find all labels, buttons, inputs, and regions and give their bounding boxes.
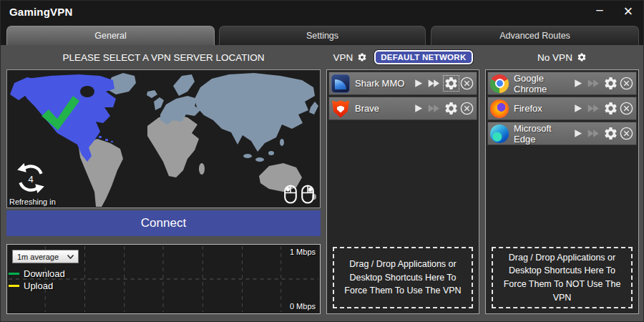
- fast-forward-icon[interactable]: [585, 77, 602, 89]
- world-map-svg: [7, 70, 320, 208]
- play-icon[interactable]: [412, 77, 424, 89]
- app-row-controls: [572, 76, 634, 91]
- remove-app-icon[interactable]: [459, 101, 474, 116]
- titlebar: GamingVPN – ×: [1, 1, 643, 22]
- remove-app-icon[interactable]: [619, 101, 634, 116]
- vpn-panel-title: VPN: [333, 52, 353, 63]
- app-row-controls: [412, 101, 474, 116]
- app-row-controls: [412, 76, 474, 91]
- remove-app-icon[interactable]: [619, 126, 634, 141]
- brave-app-icon: [331, 99, 350, 118]
- no-vpn-settings-gear-icon[interactable]: [577, 52, 587, 62]
- no-vpn-dropzone[interactable]: Drag / Drop Applications or Desktop Shor…: [492, 247, 633, 308]
- average-interval-value: 1m average: [17, 253, 59, 261]
- tab-label: General: [94, 31, 126, 41]
- vpn-apps-panel: Shark MMO: [326, 69, 479, 314]
- app-name: Google Chrome: [514, 73, 572, 94]
- refresh-countdown-value: 4: [14, 162, 47, 195]
- app-title: GamingVPN: [9, 6, 72, 18]
- app-row-controls: [572, 101, 634, 116]
- play-icon[interactable]: [572, 77, 584, 89]
- vpn-settings-gear-icon[interactable]: [357, 52, 367, 62]
- close-icon[interactable]: ×: [619, 2, 638, 21]
- region-africa: [147, 114, 199, 177]
- left-click-mouse-icon: [283, 185, 298, 204]
- app-row-controls: [572, 126, 634, 141]
- average-interval-select[interactable]: 1m average: [12, 250, 79, 263]
- window-controls: – ×: [590, 1, 638, 22]
- refresh-countdown-label: Refreshing in: [9, 197, 56, 206]
- play-icon[interactable]: [572, 102, 584, 114]
- tab-label: Settings: [306, 31, 338, 41]
- fast-forward-icon[interactable]: [585, 102, 602, 114]
- tab-general[interactable]: General: [6, 26, 215, 45]
- app-name: Microsoft Edge: [514, 123, 572, 145]
- minimize-icon[interactable]: –: [590, 3, 609, 17]
- server-selection-header: PLEASE SELECT A VPN SERVER LOCATION: [6, 45, 321, 69]
- graph-legend: Download Upload: [9, 268, 65, 292]
- tab-settings[interactable]: Settings: [219, 26, 426, 45]
- region-asia: [195, 73, 315, 152]
- no-vpn-apps-column: No VPN Google Chrome: [485, 45, 639, 314]
- app-row[interactable]: Google Chrome: [487, 72, 637, 95]
- firefox-app-icon: [490, 99, 509, 118]
- fast-forward-icon[interactable]: [425, 102, 443, 114]
- vpn-apps-column: VPN DEFAULT NETWORK Shark MMO: [326, 45, 479, 314]
- app-window: GamingVPN – × General Settings Advanced …: [0, 0, 644, 322]
- no-vpn-panel-header: No VPN: [485, 45, 639, 69]
- no-vpn-apps-panel: Google Chrome: [485, 69, 639, 314]
- legend-label: Download: [24, 268, 65, 279]
- region-europe: [160, 96, 200, 125]
- server-selection-title: PLEASE SELECT A VPN SERVER LOCATION: [62, 52, 264, 63]
- gear-icon[interactable]: [444, 76, 459, 91]
- app-name: Shark MMO: [355, 78, 404, 89]
- no-vpn-panel-title: No VPN: [537, 52, 572, 63]
- gear-icon[interactable]: [603, 126, 618, 141]
- legend-item: Upload: [9, 280, 65, 292]
- connect-button[interactable]: Connect: [6, 210, 321, 236]
- gear-icon[interactable]: [603, 76, 618, 91]
- remove-app-icon[interactable]: [459, 76, 474, 91]
- play-icon[interactable]: [572, 127, 584, 140]
- right-click-mouse-icon: [301, 185, 315, 204]
- app-row[interactable]: Brave: [328, 97, 477, 120]
- world-map[interactable]: 4 Refreshing in: [6, 69, 321, 208]
- app-name: Firefox: [514, 103, 542, 114]
- legend-color-swatch: [9, 273, 19, 275]
- tab-advanced-routes[interactable]: Advanced Routes: [431, 26, 639, 45]
- y-axis-min-label: 0 Mbps: [290, 302, 316, 311]
- bandwidth-graph: 1m average Download Upload: [6, 244, 321, 314]
- tab-label: Advanced Routes: [499, 31, 570, 41]
- legend-color-swatch: [9, 285, 19, 287]
- window-chrome: GamingVPN – × General Settings Advanced …: [1, 1, 643, 45]
- legend-label: Upload: [24, 280, 53, 291]
- server-selection-column: PLEASE SELECT A VPN SERVER LOCATION: [6, 45, 321, 314]
- default-network-button[interactable]: DEFAULT NETWORK: [374, 50, 472, 64]
- vpn-dropzone[interactable]: Drag / Drop Applications or Desktop Shor…: [333, 247, 473, 308]
- app-row[interactable]: Firefox: [487, 97, 637, 120]
- shark-mmo-app-icon: [331, 74, 350, 93]
- refresh-countdown: 4: [14, 162, 47, 195]
- y-axis-max-label: 1 Mbps: [290, 248, 316, 256]
- chevron-down-icon: [67, 255, 74, 259]
- microsoft-edge-app-icon: [490, 125, 509, 143]
- legend-item: Download: [9, 268, 65, 280]
- fast-forward-icon[interactable]: [585, 127, 602, 140]
- google-chrome-app-icon: [490, 74, 509, 93]
- vpn-panel-header: VPN DEFAULT NETWORK: [326, 45, 479, 69]
- remove-app-icon[interactable]: [619, 76, 634, 91]
- app-row[interactable]: Shark MMO: [328, 72, 477, 95]
- tab-bar: General Settings Advanced Routes: [1, 22, 643, 45]
- fast-forward-icon[interactable]: [425, 77, 443, 89]
- app-name: Brave: [355, 103, 379, 114]
- mouse-hints: [283, 185, 315, 204]
- gear-icon[interactable]: [444, 101, 459, 116]
- app-row[interactable]: Microsoft Edge: [487, 122, 637, 145]
- gear-icon[interactable]: [603, 101, 618, 116]
- play-icon[interactable]: [412, 102, 424, 114]
